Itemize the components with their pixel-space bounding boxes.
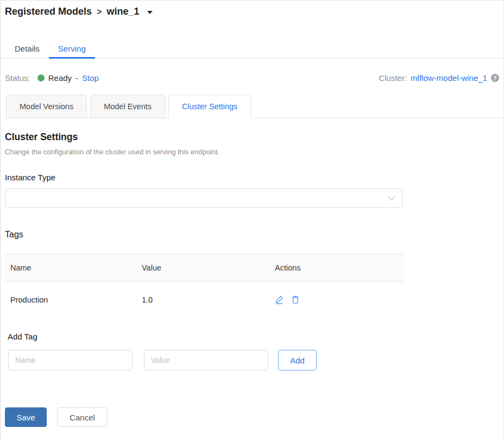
sub-tab-bar: Model Versions Model Events Cluster Sett…	[6, 95, 503, 118]
help-question-icon[interactable]: ?	[491, 74, 499, 82]
status-separator: -	[75, 73, 78, 83]
breadcrumb-separator-icon: >	[97, 7, 102, 17]
status-value: Ready	[48, 73, 72, 83]
add-tag-button[interactable]: Add	[278, 350, 317, 370]
save-button[interactable]: Save	[5, 407, 47, 427]
column-header-actions: Actions	[269, 254, 404, 282]
tab-cluster-settings[interactable]: Cluster Settings	[168, 95, 251, 118]
cluster-label: Cluster:	[379, 73, 407, 83]
tab-model-versions[interactable]: Model Versions	[6, 95, 87, 118]
column-header-name: Name	[5, 254, 136, 282]
chevron-down-icon[interactable]	[147, 11, 153, 14]
tag-name-cell: Production	[5, 282, 136, 318]
edit-tag-icon[interactable]	[275, 295, 284, 304]
add-tag-title: Add Tag	[8, 332, 499, 341]
stop-link[interactable]: Stop	[82, 73, 99, 83]
section-description: Change the configuration of the cluster …	[5, 148, 499, 156]
column-header-value: Value	[136, 254, 269, 282]
tag-value-input[interactable]	[144, 350, 268, 370]
status-label: Status:	[5, 73, 30, 83]
status-ready-dot-icon	[37, 74, 45, 81]
tags-table: Name Value Actions Production 1.0	[5, 254, 404, 317]
instance-type-label: Instance Type	[5, 173, 499, 182]
instance-type-select[interactable]	[5, 188, 403, 208]
breadcrumb-current: wine_1	[106, 6, 139, 17]
tab-model-events[interactable]: Model Events	[90, 95, 165, 118]
table-row: Production 1.0	[5, 282, 404, 318]
tab-serving[interactable]: Serving	[49, 40, 95, 59]
top-tab-bar: Details Serving	[1, 40, 503, 59]
tags-section-title: Tags	[5, 230, 499, 240]
status-row: Status: Ready - Stop Cluster: mlflow-mod…	[5, 73, 499, 83]
cancel-button[interactable]: Cancel	[57, 407, 108, 427]
table-header-row: Name Value Actions	[5, 254, 404, 282]
chevron-down-icon	[388, 196, 395, 201]
tag-value-cell: 1.0	[136, 282, 269, 318]
breadcrumb-root[interactable]: Registered Models	[5, 6, 92, 17]
cluster-link[interactable]: mlflow-model-wine_1	[411, 73, 487, 83]
tab-details[interactable]: Details	[5, 40, 49, 59]
tag-name-input[interactable]	[8, 350, 133, 370]
row-actions	[275, 295, 399, 304]
form-footer: Save Cancel	[5, 407, 503, 427]
delete-tag-icon[interactable]	[291, 295, 300, 304]
page-title: Cluster Settings	[5, 131, 499, 143]
breadcrumb: Registered Models > wine_1	[1, 1, 503, 17]
add-tag-form: Add	[8, 350, 503, 370]
